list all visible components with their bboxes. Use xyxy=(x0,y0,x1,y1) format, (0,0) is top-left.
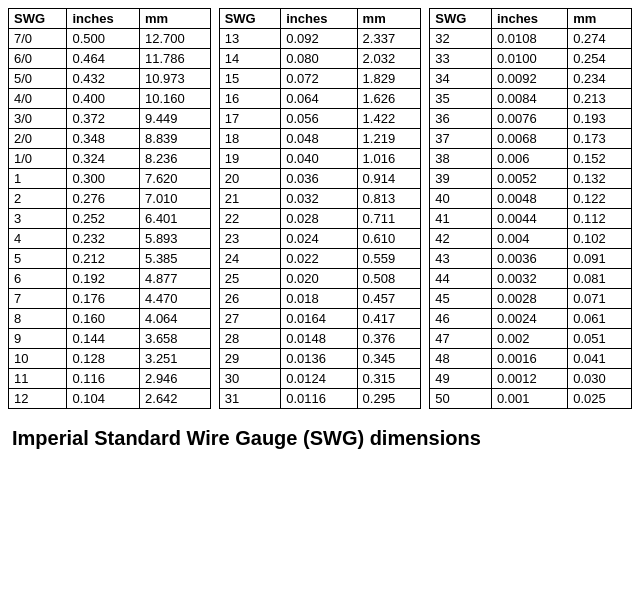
cell-r17-c2: 0.030 xyxy=(568,369,632,389)
cell-r6-c1: 0.040 xyxy=(281,149,357,169)
cell-r5-c0: 37 xyxy=(430,129,492,149)
cell-r18-c2: 2.642 xyxy=(140,389,211,409)
table-row: 150.0721.829 xyxy=(219,69,421,89)
cell-r13-c0: 45 xyxy=(430,289,492,309)
cell-r7-c1: 0.036 xyxy=(281,169,357,189)
cell-r5-c1: 0.048 xyxy=(281,129,357,149)
cell-r4-c0: 3/0 xyxy=(9,109,67,129)
cell-r13-c2: 0.071 xyxy=(568,289,632,309)
table-row: 90.1443.658 xyxy=(9,329,211,349)
cell-r1-c2: 0.254 xyxy=(568,49,632,69)
cell-r17-c1: 0.0012 xyxy=(491,369,567,389)
cell-r14-c0: 8 xyxy=(9,309,67,329)
cell-r16-c0: 29 xyxy=(219,349,281,369)
cell-r4-c0: 36 xyxy=(430,109,492,129)
cell-r1-c2: 2.032 xyxy=(357,49,421,69)
cell-r12-c1: 0.0032 xyxy=(491,269,567,289)
table-row: 6/00.46411.786 xyxy=(9,49,211,69)
cell-r12-c1: 0.192 xyxy=(67,269,140,289)
cell-r13-c2: 4.470 xyxy=(140,289,211,309)
table-row: 290.01360.345 xyxy=(219,349,421,369)
cell-r4-c0: 17 xyxy=(219,109,281,129)
cell-r17-c1: 0.0124 xyxy=(281,369,357,389)
table-row: 1/00.3248.236 xyxy=(9,149,211,169)
cell-r4-c2: 9.449 xyxy=(140,109,211,129)
cell-r18-c0: 12 xyxy=(9,389,67,409)
cell-r6-c2: 8.236 xyxy=(140,149,211,169)
cell-r6-c2: 1.016 xyxy=(357,149,421,169)
cell-r14-c1: 0.0164 xyxy=(281,309,357,329)
table-row: 410.00440.112 xyxy=(430,209,632,229)
cell-r11-c0: 5 xyxy=(9,249,67,269)
cell-r5-c1: 0.348 xyxy=(67,129,140,149)
cell-r0-c0: 7/0 xyxy=(9,29,67,49)
table-row: 4/00.40010.160 xyxy=(9,89,211,109)
cell-r17-c0: 30 xyxy=(219,369,281,389)
cell-r0-c2: 2.337 xyxy=(357,29,421,49)
cell-r4-c2: 0.193 xyxy=(568,109,632,129)
cell-r3-c0: 35 xyxy=(430,89,492,109)
table-row: 180.0481.219 xyxy=(219,129,421,149)
cell-r18-c2: 0.295 xyxy=(357,389,421,409)
cell-r3-c2: 10.160 xyxy=(140,89,211,109)
cell-r10-c2: 0.102 xyxy=(568,229,632,249)
cell-r18-c1: 0.0116 xyxy=(281,389,357,409)
cell-r8-c0: 2 xyxy=(9,189,67,209)
cell-r11-c0: 43 xyxy=(430,249,492,269)
cell-r18-c1: 0.001 xyxy=(491,389,567,409)
cell-r6-c1: 0.324 xyxy=(67,149,140,169)
cell-r6-c2: 0.152 xyxy=(568,149,632,169)
cell-r16-c2: 0.041 xyxy=(568,349,632,369)
cell-r1-c1: 0.080 xyxy=(281,49,357,69)
table-row: 330.01000.254 xyxy=(430,49,632,69)
table-row: 200.0360.914 xyxy=(219,169,421,189)
cell-r16-c1: 0.128 xyxy=(67,349,140,369)
cell-r4-c2: 1.422 xyxy=(357,109,421,129)
cell-r11-c0: 24 xyxy=(219,249,281,269)
table-row: 40.2325.893 xyxy=(9,229,211,249)
cell-r7-c2: 7.620 xyxy=(140,169,211,189)
cell-r15-c0: 28 xyxy=(219,329,281,349)
swg-table-2: SWG inches mm 130.0922.337140.0802.03215… xyxy=(219,8,422,409)
cell-r9-c0: 41 xyxy=(430,209,492,229)
cell-r16-c2: 0.345 xyxy=(357,349,421,369)
cell-r10-c0: 42 xyxy=(430,229,492,249)
table-row: 380.0060.152 xyxy=(430,149,632,169)
table-row: 490.00120.030 xyxy=(430,369,632,389)
cell-r13-c2: 0.457 xyxy=(357,289,421,309)
cell-r4-c1: 0.056 xyxy=(281,109,357,129)
table-row: 340.00920.234 xyxy=(430,69,632,89)
table-row: 10.3007.620 xyxy=(9,169,211,189)
title-section: Imperial Standard Wire Gauge (SWG) dimen… xyxy=(8,421,632,451)
table-row: 240.0220.559 xyxy=(219,249,421,269)
table-row: 310.01160.295 xyxy=(219,389,421,409)
cell-r9-c2: 0.711 xyxy=(357,209,421,229)
cell-r5-c2: 0.173 xyxy=(568,129,632,149)
cell-r16-c0: 48 xyxy=(430,349,492,369)
cell-r9-c2: 6.401 xyxy=(140,209,211,229)
table-row: 50.2125.385 xyxy=(9,249,211,269)
cell-r14-c2: 4.064 xyxy=(140,309,211,329)
cell-r5-c1: 0.0068 xyxy=(491,129,567,149)
cell-r7-c0: 20 xyxy=(219,169,281,189)
table-row: 270.01640.417 xyxy=(219,309,421,329)
cell-r2-c1: 0.0092 xyxy=(491,69,567,89)
cell-r3-c1: 0.400 xyxy=(67,89,140,109)
cell-r1-c0: 6/0 xyxy=(9,49,67,69)
cell-r9-c1: 0.252 xyxy=(67,209,140,229)
col-header-swg-3: SWG xyxy=(430,9,492,29)
cell-r14-c0: 27 xyxy=(219,309,281,329)
cell-r2-c1: 0.432 xyxy=(67,69,140,89)
cell-r17-c0: 49 xyxy=(430,369,492,389)
cell-r6-c0: 38 xyxy=(430,149,492,169)
cell-r6-c0: 19 xyxy=(219,149,281,169)
table-row: 420.0040.102 xyxy=(430,229,632,249)
table-row: 450.00280.071 xyxy=(430,289,632,309)
cell-r7-c0: 39 xyxy=(430,169,492,189)
cell-r13-c1: 0.0028 xyxy=(491,289,567,309)
table-row: 100.1283.251 xyxy=(9,349,211,369)
cell-r2-c2: 1.829 xyxy=(357,69,421,89)
cell-r11-c2: 0.559 xyxy=(357,249,421,269)
swg-table-1: SWG inches mm 7/00.50012.7006/00.46411.7… xyxy=(8,8,211,409)
cell-r5-c2: 1.219 xyxy=(357,129,421,149)
